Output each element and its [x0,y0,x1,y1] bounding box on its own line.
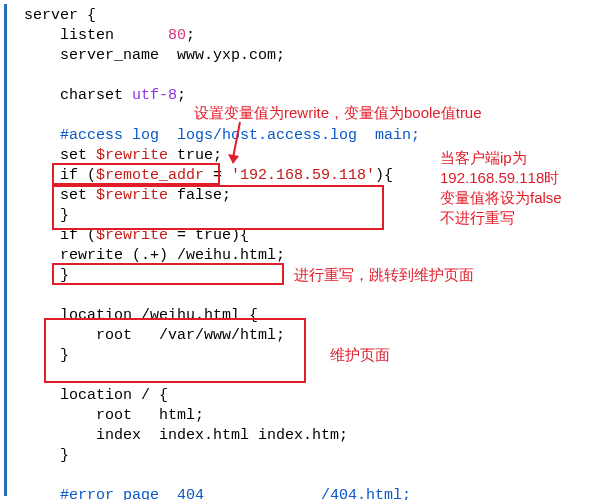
svg-line-0 [233,122,240,158]
code-line: server { [24,7,96,24]
code-line: charset utf-8; [24,87,186,104]
highlight-box-location-weihu [44,318,306,383]
code-line: #access log logs/host.access.log main; [24,127,420,144]
code-line: #error page 404 /404.html; [24,487,411,500]
highlight-box-if-remote-addr [52,185,384,230]
code-line: set $rewrite true; [24,147,222,164]
code-line: root html; [24,407,204,424]
code-line: server_name www.yxp.com; [24,47,285,64]
highlight-box-rewrite [52,263,284,285]
annotation-text: 维护页面 [330,345,390,365]
arrow-icon [225,120,255,170]
code-line: index index.html index.htm; [24,427,348,444]
code-line: } [24,447,69,464]
left-accent-bar [4,4,7,496]
annotation-text: 当客户端ip为 192.168.59.118时 变量值将设为false 不进行重… [440,148,562,228]
code-block: server { listen 80; server_name www.yxp.… [24,6,420,500]
code-line: listen 80; [24,27,195,44]
svg-marker-1 [228,154,239,164]
annotation-text: 进行重写，跳转到维护页面 [294,265,474,285]
code-line: location / { [24,387,168,404]
highlight-box-set-true [52,163,220,185]
code-line: rewrite (.+) /weihu.html; [24,247,285,264]
